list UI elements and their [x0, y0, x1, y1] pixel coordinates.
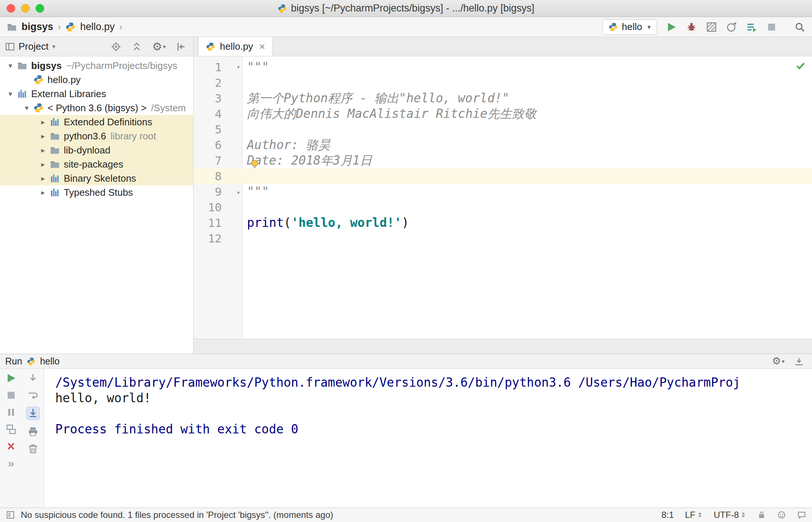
- code-text: Date: 2018年3月1日: [242, 153, 372, 168]
- project-tree-panel: ▾bigsys~/PycharmProjects/bigsyshello.py▾…: [0, 56, 194, 354]
- inspection-status-icon[interactable]: [795, 60, 806, 71]
- chevron-right-icon[interactable]: ▸: [36, 118, 50, 126]
- close-window-button[interactable]: [7, 4, 15, 13]
- run-configurations-list-button[interactable]: [746, 22, 757, 33]
- chevron-right-icon[interactable]: ▸: [36, 146, 50, 155]
- run-configuration-select[interactable]: hello ▾: [602, 19, 657, 35]
- soft-wrap-button[interactable]: [27, 390, 39, 401]
- chevron-right-icon[interactable]: ▸: [36, 132, 50, 141]
- print-console-button[interactable]: [27, 426, 39, 437]
- run-controls: hello ▾: [602, 19, 805, 35]
- tree-item-typeshed-stubs[interactable]: ▸Typeshed Stubs: [0, 185, 193, 199]
- caret-position[interactable]: 8:1: [661, 510, 674, 520]
- tree-item-site-packages[interactable]: ▸site-packages: [0, 157, 193, 171]
- line-number: 3: [194, 90, 242, 106]
- settings-gear-icon[interactable]: ⚙▾: [152, 41, 166, 52]
- close-button[interactable]: ×: [7, 441, 15, 452]
- fold-marker-icon[interactable]: ▴: [234, 184, 242, 199]
- editor-line-9[interactable]: 9▴""": [194, 184, 812, 199]
- code-text: print('hello, world!'): [242, 215, 409, 231]
- run-with-coverage-button[interactable]: [706, 22, 717, 33]
- hide-panel-button[interactable]: [794, 357, 804, 366]
- fullscreen-window-button[interactable]: [36, 4, 44, 13]
- chevron-down-icon[interactable]: ▾: [4, 89, 17, 98]
- tree-item-python-3.6-bigsys[interactable]: ▾< Python 3.6 (bigsys) >/System: [0, 101, 193, 115]
- editor-line-3[interactable]: 3第一个Python程序 - 输出"hello, world!": [194, 90, 812, 106]
- tree-item-bigsys[interactable]: ▾bigsys~/PycharmProjects/bigsys: [0, 59, 193, 73]
- editor-line-6[interactable]: 6Author: 骆昊: [194, 137, 812, 153]
- run-tab-label[interactable]: hello: [40, 356, 60, 367]
- chevron-down-icon[interactable]: ▾: [20, 103, 33, 112]
- chevron-right-icon[interactable]: ▸: [36, 160, 50, 169]
- restore-layout-button[interactable]: [6, 424, 17, 435]
- settings-gear-icon[interactable]: ⚙▾: [772, 356, 785, 366]
- tree-item-hello.py[interactable]: hello.py: [0, 73, 193, 87]
- pause-output-button[interactable]: [6, 407, 17, 418]
- scroll-to-end-button[interactable]: [26, 407, 40, 420]
- editor-line-11[interactable]: 11print('hello, world!'): [194, 215, 812, 231]
- library-icon: [17, 89, 27, 99]
- select-opened-file-button[interactable]: [111, 42, 121, 52]
- fold-marker-icon[interactable]: ▾: [234, 59, 242, 75]
- run-panel-title[interactable]: Run: [5, 356, 22, 367]
- clear-console-button[interactable]: [27, 443, 39, 454]
- project-tree: ▾bigsys~/PycharmProjects/bigsyshello.py▾…: [0, 56, 193, 199]
- event-log-icon[interactable]: [797, 511, 806, 519]
- breadcrumb-project[interactable]: bigsys: [22, 21, 53, 33]
- run-configuration-label: hello: [622, 21, 642, 33]
- profiler-button[interactable]: [726, 22, 737, 33]
- console-line: [55, 406, 812, 422]
- hide-panel-button[interactable]: [176, 42, 187, 52]
- run-button[interactable]: [666, 22, 677, 33]
- readonly-lock-icon[interactable]: [757, 511, 766, 519]
- stop-button[interactable]: [766, 22, 777, 33]
- tree-item-python3.6[interactable]: ▸python3.6library root: [0, 129, 193, 143]
- stop-button[interactable]: [6, 390, 17, 401]
- line-number: 12: [194, 231, 242, 246]
- line-separator-select[interactable]: LF⇕: [685, 510, 702, 520]
- project-panel-title[interactable]: Project: [19, 41, 49, 52]
- close-tab-icon[interactable]: ×: [259, 41, 265, 53]
- debug-button[interactable]: [686, 22, 697, 33]
- run-header-actions: ⚙▾: [772, 356, 804, 366]
- code-text: [242, 168, 247, 184]
- chevron-right-icon[interactable]: ▸: [36, 188, 50, 197]
- editor-line-4[interactable]: 4向伟大的Dennis MacAlistair Ritchie先生致敬: [194, 106, 812, 122]
- titlebar: bigsys [~/PycharmProjects/bigsys] - .../…: [0, 0, 812, 17]
- editor-line-8[interactable]: 8: [194, 168, 812, 184]
- breadcrumb-separator: ›: [58, 21, 61, 33]
- tree-item-extended-definitions[interactable]: ▸Extended Definitions: [0, 115, 193, 129]
- editor-line-10[interactable]: 10: [194, 199, 812, 215]
- code-text: [242, 122, 247, 137]
- collapse-all-button[interactable]: [132, 42, 142, 52]
- down-stack-trace-button[interactable]: [27, 373, 39, 384]
- tree-item-external-libraries[interactable]: ▾External Libraries: [0, 87, 193, 101]
- toolwindow-switcher-icon[interactable]: [6, 511, 15, 519]
- editor-scrollbar-track[interactable]: [194, 339, 812, 354]
- editor-line-7[interactable]: 7Date: 2018年3月1日: [194, 153, 812, 168]
- project-header-actions: ⚙▾: [111, 41, 187, 52]
- editor-content[interactable]: 1▾"""23第一个Python程序 - 输出"hello, world!"4向…: [194, 56, 812, 339]
- search-everywhere-button[interactable]: [794, 22, 805, 33]
- more-options-button[interactable]: »: [8, 458, 14, 469]
- editor-line-5[interactable]: 5: [194, 122, 812, 137]
- tab-hello-py[interactable]: hello.py ×: [198, 37, 273, 56]
- editor-line-2[interactable]: 2: [194, 75, 812, 90]
- encoding-select[interactable]: UTF-8⇕: [714, 510, 746, 520]
- editor-line-1[interactable]: 1▾""": [194, 59, 812, 75]
- code-text: """: [242, 59, 269, 75]
- python-icon: [33, 75, 44, 85]
- library-icon: [50, 187, 60, 198]
- run-console[interactable]: /System/Library/Frameworks/Python.framew…: [44, 369, 812, 508]
- code-text: Author: 骆昊: [242, 137, 330, 153]
- breadcrumb-file[interactable]: hello.py: [80, 21, 115, 33]
- tree-item-binary-skeletons[interactable]: ▸Binary Skeletons: [0, 171, 193, 185]
- minimize-window-button[interactable]: [21, 4, 30, 13]
- intention-bulb-icon[interactable]: [249, 159, 260, 170]
- chevron-down-icon[interactable]: ▾: [4, 61, 17, 70]
- rerun-button[interactable]: [6, 373, 17, 384]
- editor-line-12[interactable]: 12: [194, 231, 812, 246]
- tree-item-lib-dynload[interactable]: ▸lib-dynload: [0, 143, 193, 157]
- hector-inspector-icon[interactable]: [777, 511, 786, 519]
- chevron-right-icon[interactable]: ▸: [36, 174, 50, 183]
